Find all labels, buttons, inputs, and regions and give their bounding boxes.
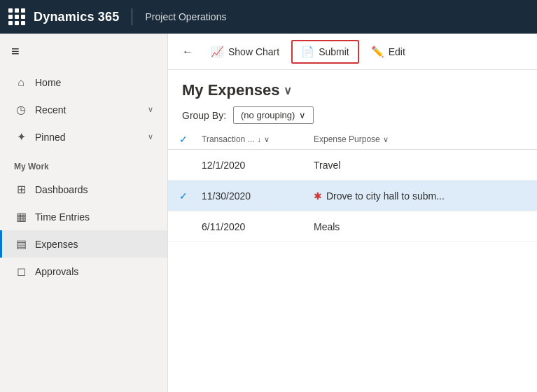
submit-icon: 📄: [301, 46, 314, 58]
group-by-select[interactable]: (no grouping) ∨: [233, 106, 314, 124]
main-layout: ≡ ⌂ Home ◷ Recent ∨ ✦ Pinned ∨ My Work ⊞…: [0, 34, 537, 392]
sidebar-item-label: Dashboards: [35, 184, 88, 195]
page-title-chevron: ∨: [284, 84, 292, 97]
title-divider: [132, 8, 132, 25]
sidebar-item-label: Expenses: [35, 239, 78, 250]
sidebar-section-my-work: My Work: [0, 150, 167, 176]
dashboards-icon: ⊞: [14, 183, 28, 196]
group-by-chevron: ∨: [299, 110, 306, 120]
sidebar-item-home[interactable]: ⌂ Home: [0, 69, 167, 96]
group-by-value: (no grouping): [241, 110, 295, 120]
chevron-down-icon: ∨: [148, 105, 153, 114]
waffle-icon[interactable]: [8, 8, 25, 25]
sidebar-item-expenses[interactable]: ▤ Expenses: [0, 230, 167, 258]
page-header: My Expenses ∨ Group By: (no grouping) ∨: [168, 70, 537, 130]
sidebar-item-approvals[interactable]: ◻ Approvals: [0, 258, 167, 285]
show-chart-label: Show Chart: [228, 46, 279, 57]
row-purpose: Travel: [314, 160, 526, 171]
row-purpose: Meals: [314, 221, 526, 232]
table-row[interactable]: ✓ 11/30/2020 ✱ Drove to city hall to sub…: [168, 181, 537, 211]
pin-icon: ✦: [14, 130, 28, 144]
expenses-table: ✓ Transaction ... ↓ ∨ Expense Purpose ∨ …: [168, 130, 537, 392]
top-bar: Dynamics 365 Project Operations: [0, 0, 537, 34]
row-purpose: ✱ Drove to city hall to subm...: [314, 190, 526, 202]
home-icon: ⌂: [14, 76, 28, 89]
chevron-down-icon: ∨: [148, 132, 153, 141]
table-row[interactable]: 6/11/2020 Meals: [168, 211, 537, 242]
page-title[interactable]: My Expenses ∨: [182, 81, 523, 99]
row-check[interactable]: ✓: [179, 190, 202, 202]
hamburger-button[interactable]: ≡: [0, 34, 167, 69]
group-by-label: Group By:: [182, 110, 226, 121]
header-check[interactable]: ✓: [179, 134, 202, 145]
time-entries-icon: ▦: [14, 210, 28, 223]
row-date: 12/1/2020: [202, 160, 314, 171]
app-title: Dynamics 365: [34, 10, 119, 24]
required-star-icon: ✱: [314, 190, 322, 202]
sort-icon: ↓: [258, 135, 262, 144]
back-button[interactable]: ←: [176, 41, 199, 62]
submit-label: Submit: [319, 46, 349, 57]
col-expense-chevron-icon: ∨: [383, 135, 389, 144]
sidebar-item-dashboards[interactable]: ⊞ Dashboards: [0, 176, 167, 203]
group-by-row: Group By: (no grouping) ∨: [182, 106, 523, 124]
table-row[interactable]: 12/1/2020 Travel: [168, 150, 537, 181]
chart-icon: 📈: [211, 46, 224, 58]
sidebar: ≡ ⌂ Home ◷ Recent ∨ ✦ Pinned ∨ My Work ⊞…: [0, 34, 168, 392]
approvals-icon: ◻: [14, 265, 28, 278]
sidebar-item-label: Pinned: [35, 132, 66, 143]
sidebar-item-label: Recent: [35, 104, 66, 115]
sidebar-item-pinned[interactable]: ✦ Pinned ∨: [0, 123, 167, 150]
expenses-icon: ▤: [14, 237, 28, 251]
edit-button[interactable]: ✏️ Edit: [362, 41, 414, 63]
submit-button[interactable]: 📄 Submit: [291, 40, 359, 64]
sidebar-item-label: Time Entries: [35, 211, 90, 223]
sidebar-item-time-entries[interactable]: ▦ Time Entries: [0, 203, 167, 230]
col-transaction-label: Transaction ...: [202, 134, 255, 144]
content-area: ← 📈 Show Chart 📄 Submit ✏️ Edit My Expen…: [168, 34, 537, 392]
toolbar: ← 📈 Show Chart 📄 Submit ✏️ Edit: [168, 34, 537, 70]
row-date: 11/30/2020: [202, 190, 314, 202]
show-chart-button[interactable]: 📈 Show Chart: [202, 41, 288, 63]
edit-icon: ✏️: [371, 46, 384, 58]
sidebar-item-recent[interactable]: ◷ Recent ∨: [0, 96, 167, 123]
recent-icon: ◷: [14, 103, 28, 116]
column-transaction[interactable]: Transaction ... ↓ ∨: [202, 134, 314, 144]
app-subtitle: Project Operations: [145, 11, 226, 22]
col-expense-label: Expense Purpose: [314, 134, 380, 144]
sidebar-item-label: Approvals: [35, 266, 78, 277]
column-expense-purpose[interactable]: Expense Purpose ∨: [314, 134, 526, 144]
filter-chevron-icon: ∨: [264, 135, 270, 144]
sidebar-item-label: Home: [35, 77, 61, 88]
row-date: 6/11/2020: [202, 221, 314, 232]
edit-label: Edit: [389, 46, 405, 57]
table-header: ✓ Transaction ... ↓ ∨ Expense Purpose ∨: [168, 130, 537, 150]
